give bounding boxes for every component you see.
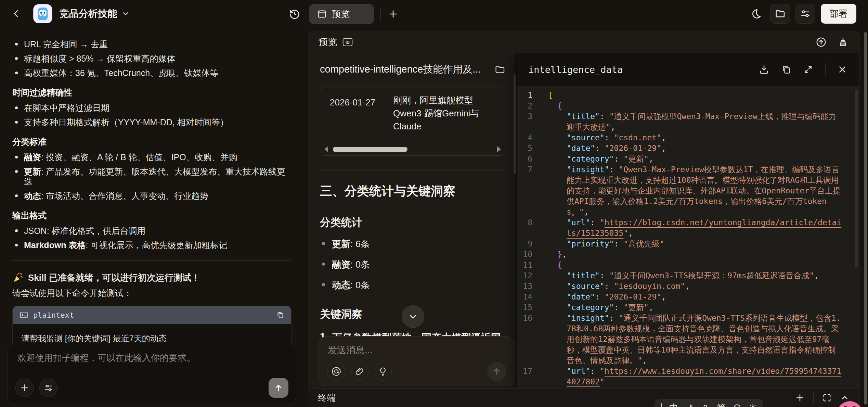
clean-button[interactable]	[837, 36, 849, 48]
send-message-button[interactable]	[487, 362, 506, 381]
code-line: 9"priority": "高优先级"	[517, 239, 859, 249]
stats-title: 分类统计	[320, 215, 505, 230]
code-token: "date"	[567, 144, 595, 153]
text-cursor-icon	[661, 403, 662, 407]
code-token: :	[595, 144, 605, 153]
line-content: "title": "通义千问最强模型Qwen3-Max-Preview上线，推理…	[541, 111, 859, 132]
party-popper-icon	[12, 272, 24, 283]
list-item-text: 融资: 投资、融资、A 轮 / B 轮、估值、IPO、收购、并购	[24, 152, 237, 162]
list-item-text: 融资: 0条	[332, 258, 370, 271]
code-line: 2{	[517, 101, 859, 111]
code-lines: 1[2{3"title": "通义千问最强模型Qwen3-Max-Preview…	[517, 90, 859, 388]
code-editor[interactable]: 1[2{3"title": "通义千问最强模型Qwen3-Max-Preview…	[517, 86, 859, 388]
topbar-actions: 部署	[748, 4, 856, 24]
theme-toggle-button[interactable]	[748, 5, 765, 22]
input-options-button[interactable]	[39, 379, 58, 397]
close-icon	[837, 64, 847, 75]
publish-button[interactable]	[815, 36, 827, 48]
user-icon[interactable]	[701, 403, 710, 407]
ime-simplified-label[interactable]: 简	[717, 403, 726, 407]
editor-scrollbar[interactable]	[855, 89, 858, 267]
list-item-text: JSON: 标准化格式，供后台调用	[24, 226, 146, 236]
files-button[interactable]	[770, 4, 790, 24]
app-window: 竞品分析技能 预览 部署 UR	[0, 0, 868, 407]
deploy-button[interactable]: 部署	[821, 4, 856, 24]
line-content: "url": "https://blog.csdn.net/yuntonglia…	[541, 217, 859, 239]
page-title: 竞品分析技能	[60, 7, 117, 20]
code-line: 1[	[517, 90, 859, 101]
plus-icon	[795, 393, 805, 403]
list-item: Markdown 表格: 可视化展示，高优先级更新加粗标记	[12, 240, 292, 250]
folder-icon[interactable]	[494, 64, 505, 75]
add-attachment-button[interactable]	[15, 379, 34, 397]
settings-button[interactable]	[795, 4, 815, 24]
scroll-to-bottom-button[interactable]	[402, 305, 424, 328]
new-terminal-button[interactable]	[795, 393, 805, 403]
smiley-icon[interactable]	[733, 403, 741, 407]
send-button[interactable]	[269, 378, 288, 398]
horizontal-scrollbar[interactable]	[324, 146, 501, 153]
copy-code-button[interactable]	[276, 311, 284, 319]
scrollbar-thumb[interactable]	[333, 147, 407, 152]
id-badge-icon[interactable]: ID	[342, 38, 353, 47]
code-token: "iesdouyin.com"	[614, 282, 685, 291]
preview-header: 预览 ID	[308, 31, 859, 53]
code-token: "	[600, 367, 605, 376]
code-link[interactable]: https://blog.csdn.net/yuntongliangda/art…	[567, 218, 841, 238]
code-token: {	[557, 260, 562, 269]
code-token: ,	[584, 207, 589, 216]
code-token: :	[614, 303, 623, 312]
scroll-right-arrow[interactable]	[497, 146, 501, 152]
code-drawer: intelligence_data 1[2{3"title": "通义千问最强模…	[516, 53, 859, 388]
line-number: 9	[517, 239, 541, 249]
fin-icon[interactable]	[685, 403, 694, 407]
close-drawer-button[interactable]	[837, 64, 847, 75]
copy-file-button[interactable]	[781, 64, 791, 75]
tab-preview[interactable]: 预览	[309, 4, 374, 24]
avatar[interactable]	[33, 4, 53, 24]
message-toolbar	[327, 362, 506, 381]
mention-button[interactable]	[327, 363, 345, 381]
list-item: 更新: 6条	[320, 238, 505, 250]
back-button[interactable]	[9, 6, 24, 21]
chat-input-placeholder: 欢迎使用扣子编程，可以在此输入你的要求。	[17, 352, 286, 364]
plus-icon	[388, 9, 399, 20]
bullet-dot	[15, 156, 18, 158]
chat-heading-classification: 分类标准	[12, 137, 292, 147]
list-item: 标题相似度 > 85% → 保留权重高的媒体	[12, 54, 292, 64]
chat-input[interactable]: 欢迎使用扣子编程，可以在此输入你的要求。	[8, 343, 296, 405]
line-content: "url": "https://www.iesdouyin.com/share/…	[541, 366, 859, 387]
scroll-left-arrow[interactable]	[324, 146, 328, 152]
code-token: :	[605, 282, 614, 291]
ime-language-label[interactable]: 中	[669, 403, 678, 407]
code-token: :	[614, 239, 623, 248]
expand-button[interactable]	[803, 64, 813, 75]
code-token: :	[600, 112, 609, 121]
paperclip-icon	[355, 367, 364, 376]
list-item: 融资: 0条	[320, 258, 505, 271]
preview-message-input[interactable]: 发送消息...	[319, 336, 515, 386]
bullet-dot	[15, 106, 18, 109]
drawer-header: intelligence_data	[517, 53, 859, 86]
line-content: "source": "iesdouyin.com",	[541, 281, 859, 292]
code-token: :	[609, 314, 619, 322]
list-item: 更新: 产品发布、功能更新、版本迭代、大模型发布、重大技术路线更迭	[12, 167, 292, 187]
window-scrollbar[interactable]	[864, 32, 867, 405]
new-tab-button[interactable]	[386, 7, 400, 21]
title-dropdown[interactable]	[121, 9, 130, 18]
attach-file-button[interactable]	[350, 363, 368, 381]
ideas-button[interactable]	[374, 363, 392, 381]
terminal-bar[interactable]: 终端	[308, 388, 859, 407]
download-button[interactable]	[759, 64, 769, 75]
code-line: 13"source": "iesdouyin.com",	[517, 281, 859, 292]
terminal-label: 终端	[318, 392, 336, 404]
code-link[interactable]: https://www.iesdouyin.com/share/video/75…	[567, 367, 841, 386]
maximize-terminal-button[interactable]	[822, 393, 832, 403]
ime-toolbar[interactable]: 中 简	[655, 399, 763, 407]
history-button[interactable]	[287, 6, 302, 22]
divider	[12, 260, 292, 261]
workspace-body: competitive-intelligence技能作用及... 2026-01…	[308, 53, 859, 388]
line-number: 5	[517, 143, 541, 154]
gear-icon[interactable]	[749, 403, 757, 407]
code-line: 6"category": "更新",	[517, 154, 859, 164]
